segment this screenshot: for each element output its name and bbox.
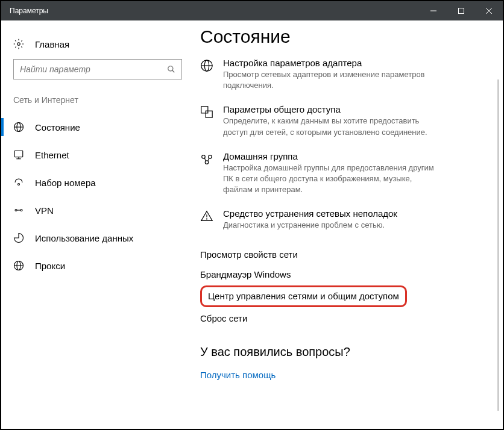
sidebar-item-proxy[interactable]: Прокси xyxy=(1,252,194,279)
svg-point-15 xyxy=(20,210,22,211)
section-homegroup[interactable]: Домашняя группа Настройка домашней групп… xyxy=(200,151,485,196)
minimize-button[interactable] xyxy=(420,1,447,20)
scrollbar[interactable] xyxy=(497,79,499,411)
warning-icon xyxy=(200,210,217,231)
window-controls xyxy=(420,1,503,20)
section-title: Средство устранения сетевых неполадок xyxy=(223,208,397,219)
close-button[interactable] xyxy=(475,1,503,20)
sidebar-item-label: VPN xyxy=(35,205,54,216)
window-title: Параметры xyxy=(10,7,48,15)
sidebar-item-label: Ethernet xyxy=(35,150,69,160)
ethernet-icon xyxy=(13,149,25,160)
section-title: Параметры общего доступа xyxy=(223,104,440,114)
section-adapter-settings[interactable]: Настройка параметров адаптера Просмотр с… xyxy=(200,58,485,91)
search-icon xyxy=(167,65,175,73)
proxy-icon xyxy=(13,260,25,271)
vpn-icon xyxy=(13,205,25,216)
dialup-icon xyxy=(13,177,25,188)
svg-point-13 xyxy=(18,184,20,185)
section-sharing-options[interactable]: Параметры общего доступа Определите, к к… xyxy=(200,104,485,137)
homegroup-icon xyxy=(200,152,217,196)
highlighted-link: Центр управления сетями и общим доступом xyxy=(200,285,407,307)
sidebar-item-label: Использование данных xyxy=(35,233,133,243)
svg-rect-10 xyxy=(14,151,23,157)
link-network-properties[interactable]: Просмотр свойств сети xyxy=(200,245,298,264)
data-usage-icon xyxy=(13,232,25,243)
section-desc: Настройка домашней группы для предоставл… xyxy=(223,163,440,196)
sidebar-item-ethernet[interactable]: Ethernet xyxy=(1,141,194,169)
section-title: Домашняя группа xyxy=(223,151,440,161)
link-network-reset[interactable]: Сброс сети xyxy=(200,308,247,328)
maximize-button[interactable] xyxy=(447,1,475,20)
sharing-icon xyxy=(200,105,217,137)
sidebar: Главная Сеть и Интернет Состояние Ethern… xyxy=(1,20,194,429)
svg-point-5 xyxy=(168,66,173,71)
svg-point-4 xyxy=(17,43,20,46)
svg-point-31 xyxy=(207,219,207,219)
svg-line-6 xyxy=(172,70,175,73)
questions-title: У вас появились вопросы? xyxy=(200,345,485,359)
sidebar-item-dialup[interactable]: Набор номера xyxy=(1,169,194,196)
svg-rect-1 xyxy=(459,8,464,14)
section-title: Настройка параметров адаптера xyxy=(223,58,440,68)
page-title: Состояние xyxy=(200,26,485,47)
section-troubleshoot[interactable]: Средство устранения сетевых неполадок Ди… xyxy=(200,208,485,231)
sidebar-item-status[interactable]: Состояние xyxy=(1,113,194,141)
globe-icon xyxy=(200,59,217,91)
link-network-sharing-center[interactable]: Центр управления сетями и общим доступом xyxy=(208,291,399,301)
home-link[interactable]: Главная xyxy=(1,35,194,59)
search-box[interactable] xyxy=(13,59,182,79)
section-desc: Определите, к каким данным вы хотите пре… xyxy=(223,116,440,137)
sidebar-item-vpn[interactable]: VPN xyxy=(1,196,194,224)
home-label: Главная xyxy=(35,39,69,49)
titlebar: Параметры xyxy=(1,1,503,20)
search-input[interactable] xyxy=(20,64,167,74)
link-firewall[interactable]: Брандмауэр Windows xyxy=(200,264,291,284)
main-content: Состояние Настройка параметров адаптера … xyxy=(194,20,503,429)
section-desc: Просмотр сетевых адаптеров и изменение п… xyxy=(223,69,440,91)
sidebar-item-label: Набор номера xyxy=(35,178,96,188)
sidebar-item-label: Состояние xyxy=(35,122,80,132)
svg-point-14 xyxy=(15,210,17,211)
link-get-help[interactable]: Получить помощь xyxy=(200,365,276,385)
globe-icon xyxy=(13,122,25,132)
sidebar-item-data-usage[interactable]: Использование данных xyxy=(1,224,194,252)
section-desc: Диагностика и устранение проблем с сетью… xyxy=(223,220,397,231)
svg-line-29 xyxy=(208,158,209,161)
gear-icon xyxy=(13,39,25,49)
svg-rect-23 xyxy=(201,107,208,113)
sidebar-item-label: Прокси xyxy=(35,261,65,271)
svg-rect-24 xyxy=(206,111,212,118)
category-title: Сеть и Интернет xyxy=(1,95,194,113)
svg-line-28 xyxy=(204,158,206,161)
